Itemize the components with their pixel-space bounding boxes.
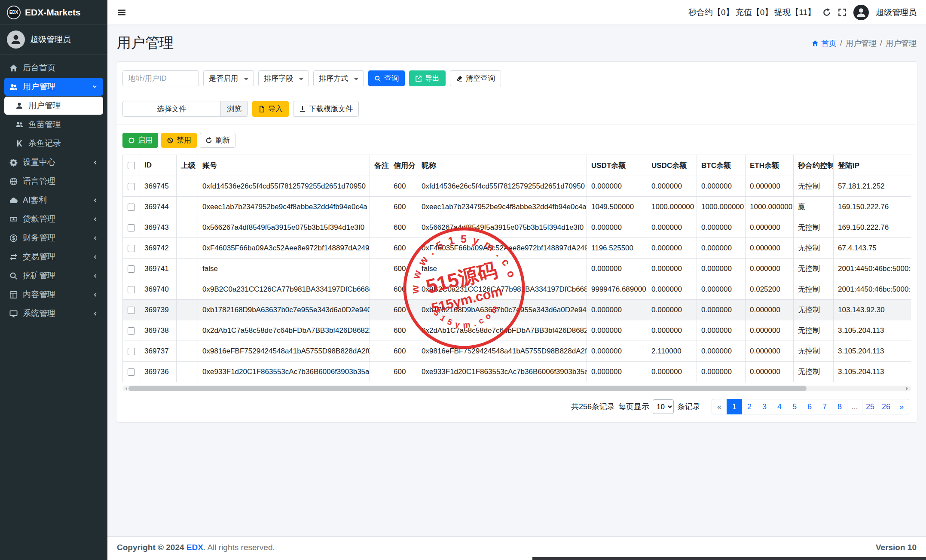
sidebar-item-trade-management[interactable]: 交易管理 bbox=[4, 248, 103, 266]
caret-down-icon bbox=[354, 78, 358, 82]
user-table-wrap: ID上级账号备注信用分昵称USDT余额USDC余额BTC余额ETH余额秒合约控制… bbox=[122, 155, 911, 382]
cell-btc: 0.000000 bbox=[697, 176, 746, 197]
sidebar-item-system-management[interactable]: 系统管理 bbox=[4, 304, 103, 323]
row-checkbox[interactable] bbox=[128, 327, 135, 335]
cell-usdt: 1196.525500 bbox=[587, 238, 647, 259]
per-page-select[interactable]: 10 bbox=[653, 399, 674, 414]
fullscreen-icon[interactable] bbox=[838, 8, 847, 17]
cell-credit: 600 bbox=[389, 279, 417, 300]
hamburger-menu-icon[interactable] bbox=[117, 8, 126, 17]
pager-page-4[interactable]: 4 bbox=[772, 399, 787, 414]
pager-page-25[interactable]: 25 bbox=[862, 399, 878, 414]
sidebar-item-settings-center[interactable]: 设置中心 bbox=[4, 153, 103, 171]
row-checkbox[interactable] bbox=[128, 307, 135, 314]
pager-page-26[interactable]: 26 bbox=[878, 399, 894, 414]
file-input[interactable]: 选择文件 浏览 bbox=[122, 101, 248, 117]
column-header-nickname: 昵称 bbox=[417, 155, 587, 176]
filter-select-sort-field[interactable]: 排序字段 bbox=[258, 70, 309, 86]
sidebar-item-ai-arbitrage[interactable]: AI套利 bbox=[4, 191, 103, 209]
cell-note bbox=[370, 197, 389, 217]
sidebar-item-content-management[interactable]: 内容管理 bbox=[4, 286, 103, 304]
sidebar-item-user-management[interactable]: 用户管理 bbox=[4, 78, 103, 96]
sidebar-subitem-kill-record[interactable]: 杀鱼记录 bbox=[4, 134, 103, 152]
filter-select-enabled[interactable]: 是否启用 bbox=[203, 70, 254, 86]
filter-select-sort-order[interactable]: 排序方式 bbox=[313, 70, 364, 86]
sidebar-item-mining-management[interactable]: 挖矿管理 bbox=[4, 267, 103, 285]
cell-nickname: 0xb1782168D9bA63637b0c7e955e343d6a0D2e94… bbox=[417, 300, 587, 320]
sidebar-item-loan-management[interactable]: 贷款管理 bbox=[4, 210, 103, 228]
column-header-control: 秒合约控制 bbox=[794, 155, 834, 176]
refresh-button[interactable]: 刷新 bbox=[200, 133, 235, 148]
page-head: 用户管理 首页 / 用户管理 / 用户管理 bbox=[117, 33, 917, 53]
row-checkbox[interactable] bbox=[128, 348, 135, 355]
cell-control: 无控制 bbox=[794, 217, 834, 238]
cell-note bbox=[370, 217, 389, 238]
pager-page-3[interactable]: 3 bbox=[757, 399, 772, 414]
query-button[interactable]: 查询 bbox=[368, 70, 405, 86]
refresh-icon[interactable] bbox=[822, 8, 831, 17]
topbar-username[interactable]: 超级管理员 bbox=[876, 7, 917, 18]
pager-page-5[interactable]: 5 bbox=[787, 399, 802, 414]
topbar-avatar[interactable] bbox=[853, 5, 869, 20]
download-template-button[interactable]: 下载模版文件 bbox=[293, 101, 359, 117]
pager-page-6[interactable]: 6 bbox=[802, 399, 817, 414]
scrollbar-left-arrow[interactable] bbox=[124, 387, 127, 390]
select-all-checkbox[interactable] bbox=[128, 162, 135, 169]
total-records: 共256条记录 bbox=[571, 402, 615, 412]
cell-account: 0x9816eFBF7529424548a41bA5755D98B828dA2f… bbox=[198, 341, 370, 362]
browse-button[interactable]: 浏览 bbox=[220, 101, 248, 116]
pager-next[interactable]: » bbox=[894, 399, 909, 414]
stat-deposit[interactable]: 充值【0】 bbox=[736, 7, 773, 18]
file-icon bbox=[258, 106, 265, 113]
row-checkbox[interactable] bbox=[128, 265, 135, 273]
row-checkbox[interactable] bbox=[128, 204, 135, 211]
sidebar-item-finance-management[interactable]: $财务管理 bbox=[4, 229, 103, 247]
cell-id: 369744 bbox=[140, 197, 177, 217]
enable-button[interactable]: 启用 bbox=[122, 133, 158, 148]
clear-query-button[interactable]: 清空查询 bbox=[450, 70, 501, 86]
row-checkbox[interactable] bbox=[128, 368, 135, 376]
sidebar-subitem-user-management[interactable]: 用户管理 bbox=[4, 97, 103, 115]
eraser-icon bbox=[456, 75, 463, 82]
cell-usdc: 0.000000 bbox=[647, 259, 697, 279]
cell-parent bbox=[177, 279, 198, 300]
row-checkbox[interactable] bbox=[128, 183, 135, 190]
pager-ellipsis[interactable]: ... bbox=[847, 399, 862, 414]
disable-button[interactable]: 禁用 bbox=[161, 133, 197, 148]
sidebar-subitem-fry-management[interactable]: 鱼苗管理 bbox=[4, 116, 103, 134]
row-checkbox[interactable] bbox=[128, 245, 135, 252]
breadcrumb-home-link[interactable]: 首页 bbox=[812, 38, 837, 49]
table-row: 3697440xeec1ab7b2347952be9c4f8abbe32dd4f… bbox=[123, 197, 911, 217]
footer-brand-link[interactable]: EDX bbox=[186, 543, 203, 552]
row-checkbox[interactable] bbox=[128, 224, 135, 231]
sidebar-item-dashboard[interactable]: 后台首页 bbox=[4, 59, 103, 77]
pager-page-8[interactable]: 8 bbox=[832, 399, 847, 414]
pager-page-1[interactable]: 1 bbox=[727, 399, 742, 414]
scrollbar-thumb[interactable] bbox=[128, 386, 807, 391]
scrollbar-right-arrow[interactable] bbox=[906, 387, 910, 390]
taskbar-strip bbox=[532, 557, 926, 560]
cell-usdt: 0.000000 bbox=[587, 341, 647, 362]
stat-second-contract[interactable]: 秒合约【0】 bbox=[688, 7, 734, 18]
search-input[interactable] bbox=[122, 70, 199, 86]
svg-text:$: $ bbox=[12, 235, 15, 241]
cell-nickname: false bbox=[417, 259, 587, 279]
banknote-icon bbox=[9, 215, 18, 223]
row-checkbox[interactable] bbox=[128, 286, 135, 293]
chevron-left-icon bbox=[92, 159, 98, 166]
per-page-prefix: 每页显示 bbox=[618, 402, 649, 412]
cell-ip: 57.181.21.252 bbox=[834, 176, 911, 197]
cell-id: 369736 bbox=[140, 362, 177, 382]
import-button[interactable]: 导入 bbox=[252, 101, 289, 117]
pager-page-2[interactable]: 2 bbox=[742, 399, 757, 414]
pager-page-7[interactable]: 7 bbox=[817, 399, 832, 414]
sidebar-item-language-management[interactable]: 语言管理 bbox=[4, 172, 103, 190]
export-button[interactable]: 导出 bbox=[409, 70, 446, 86]
layout-icon bbox=[9, 291, 18, 299]
pager-prev[interactable]: « bbox=[712, 399, 727, 414]
horizontal-scrollbar[interactable] bbox=[122, 386, 911, 391]
stat-withdraw[interactable]: 提现【11】 bbox=[774, 7, 816, 18]
per-page-suffix: 条记录 bbox=[677, 402, 700, 412]
cell-usdt: 0.000000 bbox=[587, 176, 647, 197]
chevron-left-icon bbox=[92, 235, 98, 241]
